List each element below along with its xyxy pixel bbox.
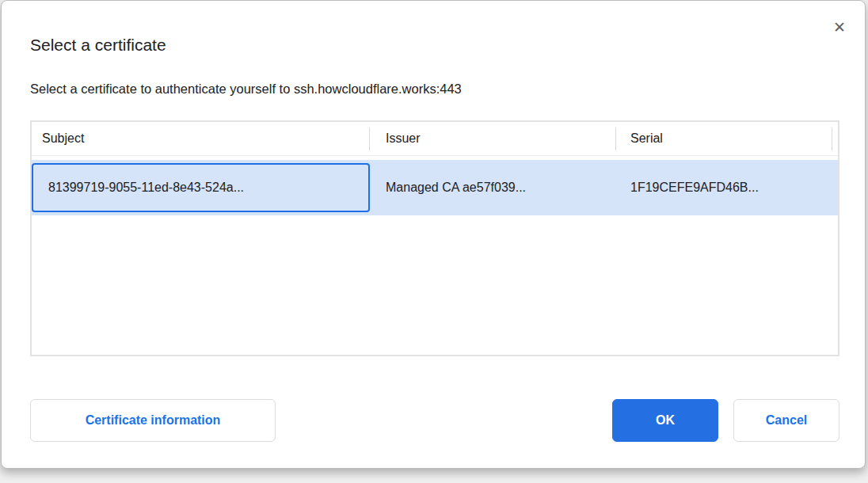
column-header-serial: Serial	[616, 122, 832, 155]
certificate-select-dialog: ✕ Select a certificate Select a certific…	[1, 0, 866, 469]
page-background: ✕ Select a certificate Select a certific…	[0, 0, 868, 483]
column-header-subject: Subject	[32, 122, 370, 155]
column-header-issuer: Issuer	[370, 122, 616, 155]
table-header: Subject Issuer Serial	[32, 122, 838, 156]
dialog-subtitle: Select a certificate to authenticate you…	[30, 82, 462, 97]
dialog-title: Select a certificate	[30, 36, 166, 55]
cell-subject[interactable]: 81399719-9055-11ed-8e43-524a...	[32, 163, 370, 212]
cell-issuer[interactable]: Managed CA ae57f039...	[370, 163, 616, 212]
ok-button[interactable]: OK	[612, 399, 718, 442]
cell-serial[interactable]: 1F19CEFE9AFD46B...	[616, 163, 838, 212]
certificate-row-selected[interactable]: 81399719-9055-11ed-8e43-524a... Managed …	[32, 160, 838, 215]
column-header-gutter	[832, 122, 838, 155]
certificate-table: Subject Issuer Serial 81399719-9055-11ed…	[30, 120, 839, 356]
certificate-information-button[interactable]: Certificate information	[30, 399, 276, 442]
close-icon[interactable]: ✕	[828, 17, 851, 39]
cancel-button[interactable]: Cancel	[733, 399, 839, 442]
